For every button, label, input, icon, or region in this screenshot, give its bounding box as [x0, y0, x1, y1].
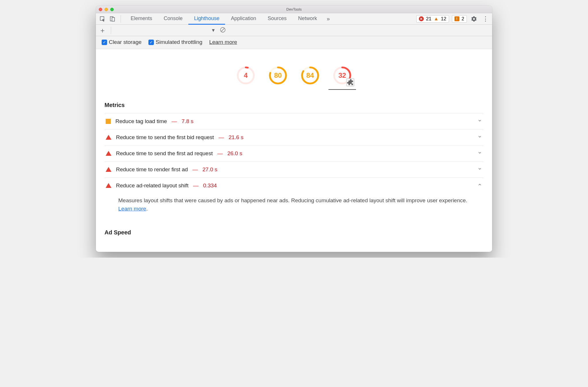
- square-icon: [106, 119, 111, 124]
- lighthouse-report: 4808432 Metrics Reduce tag load time—7.8…: [96, 49, 492, 252]
- issues-counter[interactable]: ! 2: [452, 15, 467, 23]
- metric-label: Reduce time to render first ad: [116, 166, 188, 173]
- tab-application[interactable]: Application: [225, 13, 262, 25]
- clear-icon[interactable]: [220, 27, 226, 34]
- score-value: 4: [237, 66, 255, 85]
- devtools-tabbar: ElementsConsoleLighthouseApplicationSour…: [96, 13, 492, 25]
- score-gauges: 4808432: [105, 55, 483, 93]
- tab-elements[interactable]: Elements: [125, 13, 158, 25]
- metric-learn-more-link[interactable]: Learn more: [118, 206, 146, 212]
- metrics-list: Reduce tag load time—7.8 sReduce time to…: [105, 113, 483, 221]
- metric-separator: —: [218, 134, 224, 141]
- metric-value: 26.0 s: [227, 150, 242, 157]
- metric-label: Reduce ad-related layout shift: [116, 182, 188, 189]
- metric-row[interactable]: Reduce tag load time—7.8 s: [105, 113, 483, 129]
- divider: [111, 27, 111, 34]
- metric-row[interactable]: Reduce time to send the first bid reques…: [105, 129, 483, 145]
- tab-network[interactable]: Network: [292, 13, 323, 25]
- tab-sources[interactable]: Sources: [262, 13, 292, 25]
- triangle-icon: [106, 183, 111, 188]
- metric-value: 27.0 s: [202, 166, 217, 173]
- metric-row[interactable]: Reduce time to render first ad—27.0 s: [105, 161, 483, 177]
- metric-value: 7.8 s: [182, 118, 194, 125]
- chevron-down-icon: [477, 118, 482, 125]
- checkbox-checked-icon: ✓: [102, 40, 107, 45]
- issue-icon: !: [454, 16, 459, 21]
- metric-value: 21.6 s: [229, 134, 243, 141]
- triangle-icon: [106, 167, 111, 172]
- lighthouse-toolbar: ＋ ▼: [96, 25, 492, 36]
- chevron-down-icon: [477, 150, 482, 157]
- warning-icon: ▲: [434, 16, 439, 22]
- kebab-menu-icon[interactable]: ⋮: [481, 15, 490, 23]
- titlebar: DevTools: [96, 6, 492, 13]
- metric-label: Reduce time to send the first bid reques…: [116, 134, 214, 141]
- chevron-down-icon: [477, 166, 482, 173]
- error-icon: ✕: [419, 16, 424, 21]
- score-gauge[interactable]: 4: [237, 66, 255, 85]
- device-toolbar-icon[interactable]: [108, 15, 117, 23]
- triangle-icon: [106, 151, 111, 156]
- issue-count: 2: [462, 16, 464, 22]
- metric-label: Reduce time to send the first ad request: [116, 150, 213, 157]
- tab-console[interactable]: Console: [158, 13, 188, 25]
- dropdown-caret-icon[interactable]: ▼: [211, 28, 216, 33]
- metric-separator: —: [217, 150, 223, 157]
- tabs: ElementsConsoleLighthouseApplicationSour…: [125, 13, 323, 25]
- score-gauge[interactable]: 84: [301, 66, 319, 85]
- learn-more-link[interactable]: Learn more: [209, 39, 237, 45]
- metric-description: Measures layout shifts that were caused …: [105, 193, 483, 221]
- console-counters[interactable]: ✕ 21 ▲ 12: [416, 15, 449, 23]
- more-tabs-icon[interactable]: »: [324, 15, 332, 23]
- error-count: 21: [426, 16, 432, 22]
- plugin-icon: [346, 78, 354, 86]
- metric-row[interactable]: Reduce time to send the first ad request…: [105, 145, 483, 161]
- score-gauge[interactable]: 80: [269, 66, 287, 85]
- simulated-throttling-checkbox[interactable]: ✓ Simulated throttling: [148, 39, 202, 45]
- warning-count: 12: [441, 16, 446, 22]
- inspect-element-icon[interactable]: [98, 15, 107, 23]
- divider: [121, 15, 121, 23]
- metric-row[interactable]: Reduce ad-related layout shift—0.334: [105, 177, 483, 193]
- ad-speed-heading: Ad Speed: [105, 229, 483, 236]
- devtools-window: DevTools ElementsConsoleLighthouseApplic…: [96, 6, 492, 252]
- chevron-down-icon: [477, 134, 482, 141]
- simulated-throttling-label: Simulated throttling: [156, 39, 202, 45]
- score-value: 84: [301, 66, 319, 85]
- metric-separator: —: [193, 182, 198, 189]
- svg-line-4: [221, 28, 224, 31]
- score-value: 80: [269, 66, 287, 85]
- triangle-icon: [106, 135, 111, 140]
- chevron-up-icon: [477, 182, 482, 189]
- metrics-heading: Metrics: [105, 102, 483, 108]
- score-gauge[interactable]: 32: [333, 66, 351, 85]
- clear-storage-label: Clear storage: [109, 39, 142, 45]
- metric-label: Reduce tag load time: [115, 118, 167, 125]
- lighthouse-options: ✓ Clear storage ✓ Simulated throttling L…: [96, 36, 492, 49]
- metric-value: 0.334: [203, 182, 217, 189]
- tab-lighthouse[interactable]: Lighthouse: [188, 13, 225, 25]
- metric-separator: —: [172, 118, 177, 125]
- new-report-button[interactable]: ＋: [98, 26, 107, 35]
- metric-separator: —: [192, 166, 198, 173]
- window-title: DevTools: [96, 7, 492, 11]
- checkbox-checked-icon: ✓: [148, 40, 154, 45]
- svg-rect-2: [112, 17, 115, 21]
- clear-storage-checkbox[interactable]: ✓ Clear storage: [102, 39, 142, 45]
- settings-icon[interactable]: [470, 15, 478, 23]
